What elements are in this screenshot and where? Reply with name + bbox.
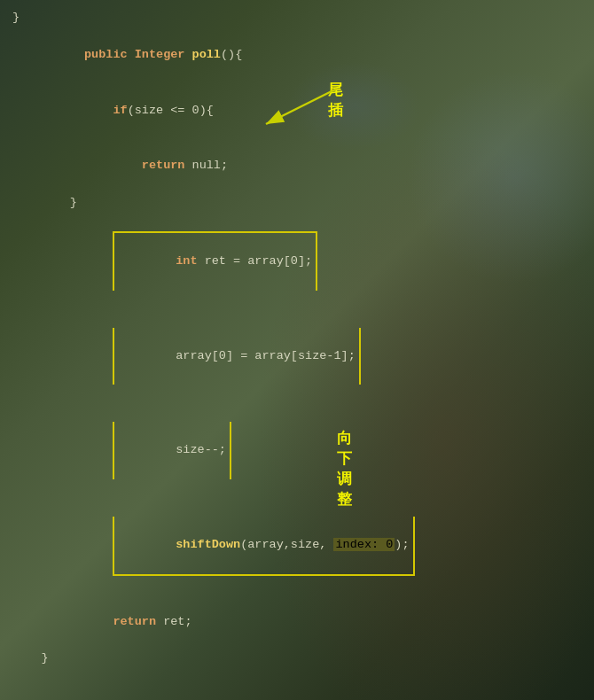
code-line-3: if(size <= 0){ — [7, 83, 587, 139]
code-line-6: int ret = array[0]; — [7, 213, 587, 309]
code-line-11: } — [7, 649, 587, 668]
code-line-8: size--; — [7, 403, 587, 498]
code-line-9: shiftDown(array,size, index: 0); — [7, 498, 587, 595]
code-line-4: return null; — [7, 138, 587, 194]
code-container: } public Integer poll(){ if(size <= 0){ … — [0, 0, 594, 700]
code-line-2: public Integer poll(){ — [7, 27, 587, 83]
code-line-1: } — [7, 9, 587, 27]
code-line-7: array[0] = array[size-1]; — [7, 309, 587, 404]
code-line-12 — [7, 668, 587, 687]
code-line-5: } — [7, 194, 587, 213]
code-block: } public Integer poll(){ if(size <= 0){ … — [0, 5, 594, 700]
code-line-13: private void shiftDown(int[] array,int s… — [7, 687, 587, 700]
code-line-10: return ret; — [7, 595, 587, 650]
